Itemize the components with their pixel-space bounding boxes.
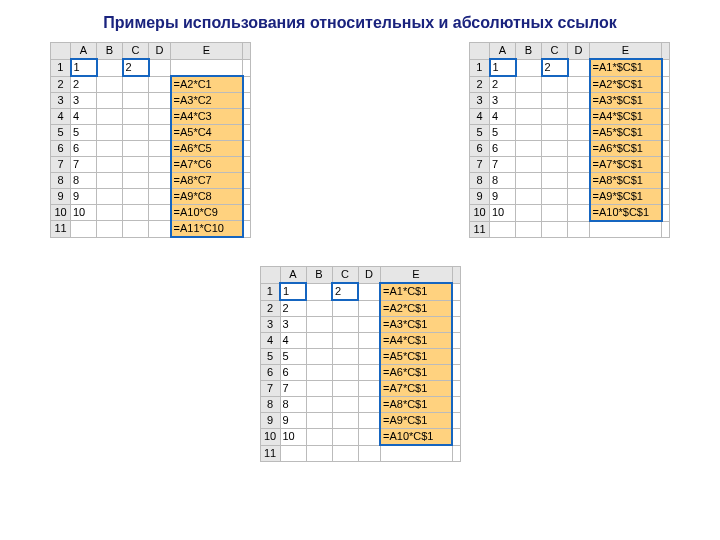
cell[interactable]: 2 [280,300,306,317]
formula-cell[interactable]: =A5*C$1 [380,349,452,365]
cell[interactable] [149,125,171,141]
cell[interactable] [332,333,358,349]
cell[interactable] [97,93,123,109]
formula-cell[interactable]: =A10*C9 [171,205,243,221]
cell[interactable] [97,76,123,93]
cell[interactable]: 8 [71,173,97,189]
cell[interactable] [568,93,590,109]
formula-cell[interactable]: =A2*C$1 [380,300,452,317]
cell[interactable] [123,141,149,157]
cell[interactable] [516,205,542,222]
cell[interactable] [123,157,149,173]
cell[interactable]: 9 [280,413,306,429]
cell[interactable] [149,59,171,76]
formula-cell[interactable]: =A8*C$1 [380,397,452,413]
cell[interactable]: 2 [71,76,97,93]
cell[interactable] [568,125,590,141]
cell[interactable] [243,125,251,141]
cell[interactable] [280,445,306,461]
cell[interactable]: 6 [71,141,97,157]
cell[interactable] [662,76,670,93]
cell[interactable] [97,157,123,173]
cell[interactable] [332,413,358,429]
cell[interactable] [97,173,123,189]
cell[interactable] [662,205,670,222]
cell[interactable] [516,189,542,205]
cell[interactable] [452,349,460,365]
cell[interactable] [542,157,568,173]
cell[interactable] [568,109,590,125]
cell[interactable] [452,333,460,349]
cell[interactable] [662,189,670,205]
cell[interactable] [516,173,542,189]
formula-cell[interactable] [590,221,662,237]
cell[interactable] [123,173,149,189]
formula-cell[interactable]: =A6*$C$1 [590,141,662,157]
cell[interactable] [516,93,542,109]
cell[interactable] [358,317,380,333]
cell[interactable] [332,397,358,413]
cell[interactable] [123,76,149,93]
cell[interactable] [306,300,332,317]
cell[interactable]: 10 [280,429,306,446]
cell[interactable] [542,205,568,222]
cell[interactable] [332,429,358,446]
cell[interactable] [332,445,358,461]
cell[interactable]: 1 [280,283,306,300]
cell[interactable] [306,381,332,397]
cell[interactable] [306,333,332,349]
cell[interactable] [542,93,568,109]
cell[interactable] [358,300,380,317]
cell[interactable] [243,221,251,238]
formula-cell[interactable]: =A7*C$1 [380,381,452,397]
cell[interactable]: 6 [490,141,516,157]
cell[interactable] [662,221,670,237]
cell[interactable]: 1 [490,59,516,76]
cell[interactable]: 4 [490,109,516,125]
cell[interactable] [662,125,670,141]
cell[interactable] [516,125,542,141]
cell[interactable] [123,125,149,141]
cell[interactable] [97,221,123,238]
cell[interactable] [243,157,251,173]
cell[interactable] [662,59,670,76]
cell[interactable] [568,173,590,189]
cell[interactable] [149,173,171,189]
cell[interactable] [243,205,251,221]
formula-cell[interactable]: =A7*$C$1 [590,157,662,173]
cell[interactable] [97,59,123,76]
cell[interactable]: 3 [280,317,306,333]
cell[interactable]: 2 [123,59,149,76]
cell[interactable] [149,93,171,109]
cell[interactable] [452,300,460,317]
cell[interactable] [452,381,460,397]
cell[interactable] [358,397,380,413]
cell[interactable]: 5 [490,125,516,141]
cell[interactable] [149,141,171,157]
cell[interactable] [243,173,251,189]
cell[interactable] [97,141,123,157]
formula-cell[interactable]: =A4*C$1 [380,333,452,349]
formula-cell[interactable]: =A6*C5 [171,141,243,157]
cell[interactable] [358,349,380,365]
cell[interactable] [568,59,590,76]
cell[interactable] [542,109,568,125]
cell[interactable] [452,317,460,333]
formula-cell[interactable]: =A9*C8 [171,189,243,205]
cell[interactable] [97,205,123,221]
cell[interactable] [306,283,332,300]
cell[interactable] [358,413,380,429]
cell[interactable] [306,429,332,446]
cell[interactable] [452,397,460,413]
cell[interactable] [123,221,149,238]
cell[interactable]: 5 [71,125,97,141]
cell[interactable]: 8 [280,397,306,413]
cell[interactable] [306,317,332,333]
cell[interactable] [516,109,542,125]
cell[interactable] [490,221,516,237]
formula-cell[interactable]: =A9*$C$1 [590,189,662,205]
formula-cell[interactable]: =A11*C10 [171,221,243,238]
cell[interactable] [97,125,123,141]
formula-cell[interactable]: =A2*C1 [171,76,243,93]
cell[interactable] [97,189,123,205]
